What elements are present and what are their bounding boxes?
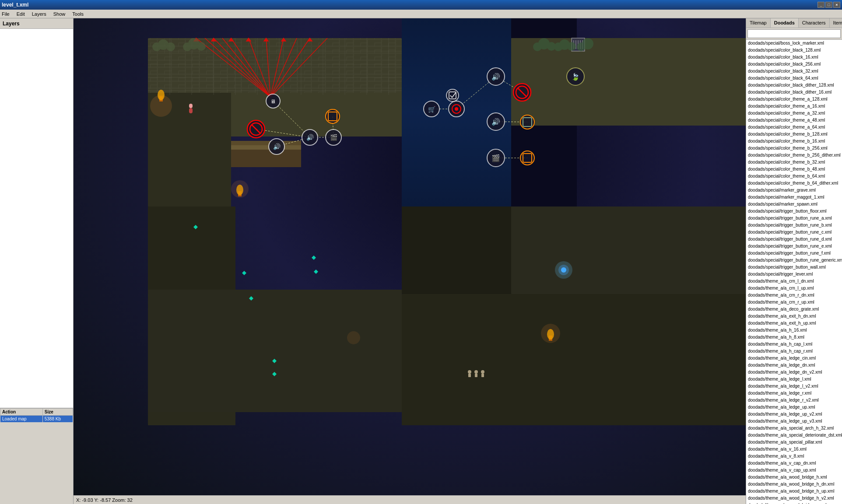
- doodad-item[interactable]: doodads/theme_a/a_ledge_up_v3.xml: [746, 418, 842, 425]
- doodad-item[interactable]: doodads/special/color_black_32.xml: [746, 68, 842, 75]
- layers-content[interactable]: [0, 29, 73, 408]
- doodad-item[interactable]: doodads/special/trigger_button_floor.xml: [746, 208, 842, 215]
- svg-text:🔊: 🔊: [306, 134, 314, 141]
- doodad-item[interactable]: doodads/theme_a/a_ledge_dn.xml: [746, 362, 842, 369]
- doodad-item[interactable]: doodads/theme_a/a_deco_grate.xml: [746, 306, 842, 313]
- doodad-item[interactable]: doodads/theme_a/a_h_8.xml: [746, 334, 842, 341]
- doodad-item[interactable]: doodads/theme_a/a_h_16.xml: [746, 327, 842, 334]
- tab-doodads[interactable]: Doodads: [771, 18, 799, 28]
- doodad-item[interactable]: doodads/special/trigger_button_rune_d.xm…: [746, 236, 842, 243]
- doodad-item[interactable]: doodads/theme_a/a_crn_r_up.xml: [746, 299, 842, 306]
- doodad-item[interactable]: doodads/special/color_black_128.xml: [746, 47, 842, 54]
- doodad-item[interactable]: doodads/theme_a/a_crn_l_dn.xml: [746, 278, 842, 285]
- doodad-item[interactable]: doodads/theme_a/a_ledge_up.xml: [746, 404, 842, 411]
- doodad-item[interactable]: doodads/special/color_theme_a_32.xml: [746, 110, 842, 117]
- doodad-item[interactable]: doodads/special/trigger_button_rune_b.xm…: [746, 222, 842, 229]
- svg-text:🔊: 🔊: [273, 143, 281, 150]
- doodad-item[interactable]: doodads/theme_a/a_v_16.xml: [746, 446, 842, 453]
- doodad-item[interactable]: doodads/special/trigger_button_rune_gene…: [746, 257, 842, 264]
- doodad-item[interactable]: doodads/special/color_black_256.xml: [746, 61, 842, 68]
- tab-characters[interactable]: Characters: [799, 18, 830, 28]
- doodad-item[interactable]: doodads/theme_a/a_ledge_up_v2.xml: [746, 411, 842, 418]
- svg-point-133: [481, 370, 484, 374]
- svg-text:🛒: 🛒: [428, 106, 436, 113]
- doodad-item[interactable]: doodads/theme_a/a_exit_h_up.xml: [746, 320, 842, 327]
- doodad-item[interactable]: doodads/theme_a/a_h_cap_r.xml: [746, 348, 842, 355]
- doodad-item[interactable]: doodads/theme_a/a_wood_bridge_h.xml: [746, 474, 842, 481]
- tab-items[interactable]: Items: [830, 18, 842, 28]
- doodad-item[interactable]: doodads/special/boss_lock_marker.xml: [746, 40, 842, 47]
- doodad-item[interactable]: doodads/theme_a/a_wood_bridge_v.xml: [746, 502, 842, 504]
- doodad-item[interactable]: doodads/theme_a/a_ledge_r_v2.xml: [746, 397, 842, 404]
- doodad-item[interactable]: doodads/special/color_theme_b_256_dither…: [746, 152, 842, 159]
- doodad-item[interactable]: doodads/special/color_theme_a_64.xml: [746, 124, 842, 131]
- svg-text:🖥: 🖥: [270, 98, 276, 105]
- doodad-item[interactable]: doodads/theme_a/a_ledge_cin.xml: [746, 355, 842, 362]
- doodad-item[interactable]: doodads/special/marker_maggot_1.xml: [746, 194, 842, 201]
- show-menu[interactable]: Show: [53, 11, 66, 17]
- doodad-item[interactable]: doodads/special/color_theme_b_64.xml: [746, 173, 842, 180]
- doodad-item[interactable]: doodads/special/trigger_button_rune_f.xm…: [746, 250, 842, 257]
- layers-menu[interactable]: Layers: [32, 11, 46, 17]
- size-col-header: Size: [42, 409, 73, 416]
- doodad-item[interactable]: doodads/theme_a/a_crn_r_dn.xml: [746, 292, 842, 299]
- file-menu[interactable]: File: [2, 11, 10, 17]
- doodad-item[interactable]: doodads/theme_a/a_wood_bridge_h_up.xml: [746, 488, 842, 495]
- doodad-item[interactable]: doodads/theme_a/a_special_arch_h_32.xml: [746, 425, 842, 432]
- doodad-item[interactable]: doodads/special/marker_spawn.xml: [746, 201, 842, 208]
- close-button[interactable]: ×: [833, 2, 840, 8]
- canvas-area[interactable]: 🔊 🎬 🔊 🖥: [74, 18, 746, 504]
- doodad-item[interactable]: doodads/special/color_theme_b_256.xml: [746, 145, 842, 152]
- doodad-item[interactable]: doodads/special/trigger_button_rune_e.xm…: [746, 243, 842, 250]
- doodad-item[interactable]: doodads/special/color_theme_b_128.xml: [746, 131, 842, 138]
- search-input[interactable]: [747, 29, 841, 38]
- tools-menu[interactable]: Tools: [72, 11, 84, 17]
- svg-point-96: [326, 109, 340, 123]
- tab-tilemap[interactable]: Tilemap: [746, 18, 771, 28]
- doodad-item[interactable]: doodads/theme_a/a_ledge_dn_v2.xml: [746, 369, 842, 376]
- doodad-item[interactable]: doodads/theme_a/a_ledge_r.xml: [746, 390, 842, 397]
- doodad-item[interactable]: doodads/special/color_theme_a_16.xml: [746, 103, 842, 110]
- doodads-list[interactable]: doodads/special/boss_lock_marker.xmldood…: [746, 40, 842, 504]
- edit-menu[interactable]: Edit: [17, 11, 25, 17]
- doodad-item[interactable]: doodads/theme_a/a_ledge_l_v2.xml: [746, 383, 842, 390]
- doodad-item[interactable]: doodads/theme_a/a_ledge_l.xml: [746, 376, 842, 383]
- doodad-item[interactable]: doodads/theme_a/a_v_8.xml: [746, 453, 842, 460]
- game-canvas[interactable]: 🔊 🎬 🔊 🖥: [74, 18, 746, 495]
- doodad-item[interactable]: doodads/special/trigger_button_rune_c.xm…: [746, 229, 842, 236]
- svg-point-137: [166, 42, 175, 51]
- doodad-item[interactable]: doodads/theme_a/a_v_cap_up.xml: [746, 467, 842, 474]
- doodad-item[interactable]: doodads/special/trigger_button_wall.xml: [746, 264, 842, 271]
- doodad-item[interactable]: doodads/special/color_theme_b_64_dither.…: [746, 180, 842, 187]
- doodad-item[interactable]: doodads/special/color_black_64.xml: [746, 75, 842, 82]
- doodad-item[interactable]: doodads/theme_a/a_h_cap_l.xml: [746, 341, 842, 348]
- doodad-item[interactable]: doodads/special/trigger_lever.xml: [746, 271, 842, 278]
- action-table: Action Size Loaded map 5388 Kb: [0, 408, 73, 423]
- titlebar-controls[interactable]: _ □ ×: [817, 2, 840, 8]
- doodad-item[interactable]: doodads/theme_a/a_wood_bridge_h_v2.xml: [746, 495, 842, 502]
- doodad-item[interactable]: doodads/special/marker_grave.xml: [746, 187, 842, 194]
- doodad-item[interactable]: doodads/special/color_theme_b_48.xml: [746, 166, 842, 173]
- doodad-item[interactable]: doodads/special/color_black_dither_128.x…: [746, 82, 842, 89]
- doodad-item[interactable]: doodads/special/color_black_dither_16.xm…: [746, 89, 842, 96]
- svg-rect-15: [511, 206, 746, 294]
- svg-point-129: [468, 370, 471, 374]
- doodad-item[interactable]: doodads/theme_a/a_v_cap_dn.xml: [746, 460, 842, 467]
- svg-rect-16: [511, 294, 746, 425]
- minimize-button[interactable]: _: [817, 2, 824, 8]
- doodad-item[interactable]: doodads/theme_a/a_crn_l_up.xml: [746, 285, 842, 292]
- doodad-item[interactable]: doodads/special/color_theme_b_16.xml: [746, 138, 842, 145]
- doodad-item[interactable]: doodads/special/color_theme_a_128.xml: [746, 96, 842, 103]
- doodad-item[interactable]: doodads/special/trigger_button_rune_a.xm…: [746, 215, 842, 222]
- action-cell: Loaded map: [0, 416, 43, 423]
- doodad-item[interactable]: doodads/theme_a/a_special_pillar.xml: [746, 439, 842, 446]
- doodad-item[interactable]: doodads/theme_a/a_special_deteriorate_ds…: [746, 432, 842, 439]
- doodad-item[interactable]: doodads/special/color_theme_a_48.xml: [746, 117, 842, 124]
- maximize-button[interactable]: □: [825, 2, 832, 8]
- svg-point-118: [520, 151, 534, 165]
- svg-rect-132: [475, 374, 477, 377]
- doodad-item[interactable]: doodads/theme_a/a_exit_h_dn.xml: [746, 313, 842, 320]
- doodad-item[interactable]: doodads/special/color_black_16.xml: [746, 54, 842, 61]
- doodad-item[interactable]: doodads/theme_a/a_wood_bridge_h_dn.xml: [746, 481, 842, 488]
- doodad-item[interactable]: doodads/special/color_theme_b_32.xml: [746, 159, 842, 166]
